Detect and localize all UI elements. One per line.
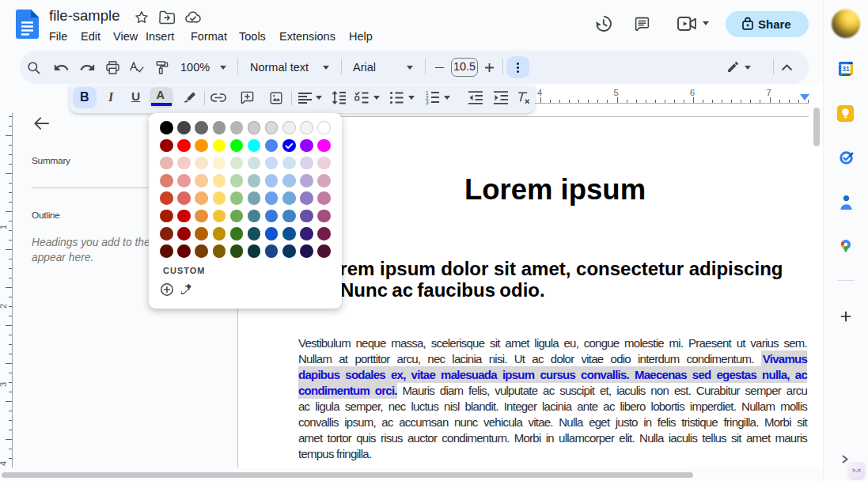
svg-text:31: 31 xyxy=(842,65,850,73)
svg-text:3: 3 xyxy=(426,100,429,105)
